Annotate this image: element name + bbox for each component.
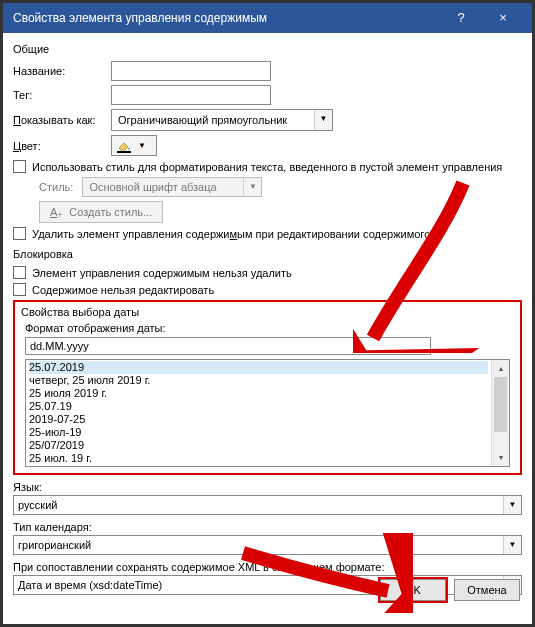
button-create-style: A₊ Создать стиль... xyxy=(39,201,163,223)
checkbox-use-style[interactable] xyxy=(13,160,26,173)
label-delete-on-edit: Удалить элемент управления содержимым пр… xyxy=(32,228,430,240)
label-cal-type: Тип календаря: xyxy=(13,521,522,533)
checkbox-cant-delete[interactable] xyxy=(13,266,26,279)
label-color: Цвет: xyxy=(13,140,111,152)
label-cant-delete: Элемент управления содержимым нельзя уда… xyxy=(32,267,292,279)
scroll-up-icon[interactable]: ▴ xyxy=(492,360,509,377)
svg-rect-0 xyxy=(117,151,131,153)
section-lock: Блокировка xyxy=(13,248,522,260)
label-format: Формат отображения даты: xyxy=(25,322,514,334)
label-use-style: Использовать стиль для форматирования те… xyxy=(32,161,502,173)
dropdown-language[interactable]: русский ▼ xyxy=(13,495,522,515)
list-item[interactable]: четверг, 25 июля 2019 г. xyxy=(29,374,488,387)
list-item[interactable]: 2019-07-25 xyxy=(29,413,488,426)
section-general: Общие xyxy=(13,43,522,55)
list-item[interactable]: 25 июля 2019 г. xyxy=(29,387,488,400)
list-item[interactable]: 25 июл. 19 г. xyxy=(29,452,488,465)
input-tag[interactable] xyxy=(111,85,271,105)
titlebar: Свойства элемента управления содержимым … xyxy=(3,3,532,33)
label-tag: Тег: xyxy=(13,89,111,101)
paint-bucket-icon xyxy=(116,139,132,153)
listbox-format-examples[interactable]: 25.07.2019 четверг, 25 июля 2019 г. 25 и… xyxy=(25,359,510,467)
color-picker[interactable]: ▼ xyxy=(111,135,157,156)
list-item[interactable]: 25/07/2019 xyxy=(29,439,488,452)
checkbox-delete-on-edit[interactable] xyxy=(13,227,26,240)
scroll-down-icon[interactable]: ▾ xyxy=(492,449,509,466)
list-item[interactable]: 25-июл-19 xyxy=(29,426,488,439)
dropdown-style: Основной шрифт абзаца ▼ xyxy=(82,177,262,197)
chevron-down-icon: ▼ xyxy=(314,110,332,130)
label-name: Название: xyxy=(13,65,111,77)
list-item[interactable]: 25.07.19 xyxy=(29,400,488,413)
dropdown-show-as[interactable]: Ограничивающий прямоугольник ▼ xyxy=(111,109,333,131)
input-date-format[interactable] xyxy=(25,337,431,355)
chevron-down-icon: ▼ xyxy=(243,178,261,196)
section-date-props: Свойства выбора даты xyxy=(21,306,514,318)
close-button[interactable]: × xyxy=(482,3,524,33)
chevron-down-icon: ▼ xyxy=(138,141,146,150)
ok-button[interactable]: OK xyxy=(380,579,446,601)
label-language: Язык: xyxy=(13,481,522,493)
label-show-as: Показывать как: xyxy=(13,114,111,126)
list-item[interactable]: 25.07.2019 xyxy=(29,361,488,374)
help-button[interactable]: ? xyxy=(440,3,482,33)
plus-underline-icon: A₊ xyxy=(50,206,63,219)
scrollbar[interactable]: ▴ ▾ xyxy=(491,360,509,466)
group-date-props: Свойства выбора даты Формат отображения … xyxy=(13,300,522,475)
chevron-down-icon: ▼ xyxy=(503,496,521,514)
label-style: Стиль: xyxy=(39,181,73,193)
window-title: Свойства элемента управления содержимым xyxy=(13,11,440,25)
cancel-button[interactable]: Отмена xyxy=(454,579,520,601)
label-xml-map: При сопоставлении сохранять содержимое X… xyxy=(13,561,522,573)
input-name[interactable] xyxy=(111,61,271,81)
checkbox-cant-edit[interactable] xyxy=(13,283,26,296)
label-cant-edit: Содержимое нельзя редактировать xyxy=(32,284,214,296)
chevron-down-icon: ▼ xyxy=(503,536,521,554)
dropdown-cal-type[interactable]: григорианский ▼ xyxy=(13,535,522,555)
scroll-thumb[interactable] xyxy=(494,377,507,432)
